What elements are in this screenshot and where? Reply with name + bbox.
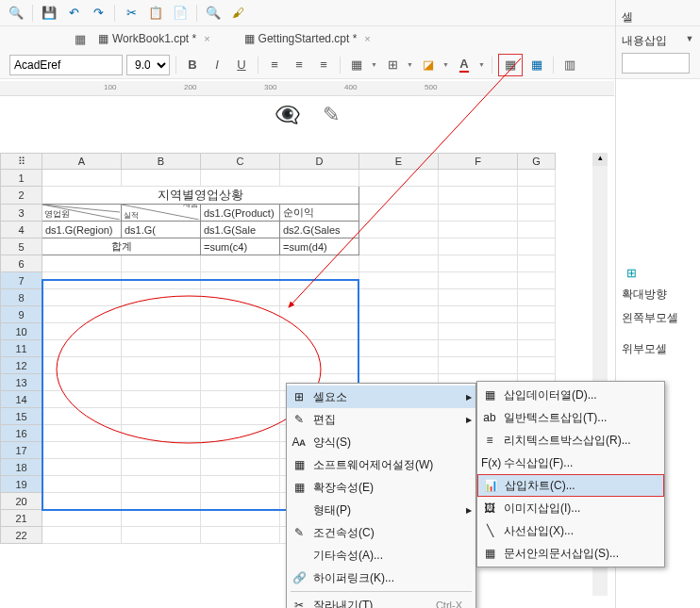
- side-label-leftparent: 왼쪽부모셀: [616, 306, 700, 330]
- cell[interactable]: ds1.G(Region): [42, 222, 122, 238]
- italic-button[interactable]: I: [207, 55, 227, 75]
- menu-item[interactable]: 형태(P)▶: [287, 499, 475, 521]
- expand-icon[interactable]: ⊞: [622, 262, 641, 283]
- corner-cell: ⠿: [1, 154, 42, 170]
- format-painter-button[interactable]: 🖌: [227, 3, 248, 24]
- menu-item[interactable]: 기타속성(A)...: [287, 544, 475, 567]
- cell[interactable]: =sum(d4): [280, 238, 359, 255]
- cell[interactable]: 순이익: [280, 205, 359, 222]
- design-strip: 👁‍🗨 ✎: [0, 96, 614, 134]
- hidden-icon: 👁‍🗨: [275, 103, 300, 127]
- menu-item[interactable]: F(x)수식삽입(F)...: [477, 452, 664, 474]
- col-header: D: [280, 154, 359, 170]
- find-button[interactable]: 🔍: [203, 3, 224, 24]
- tab-gettingstarted[interactable]: ▦ GettingStarted.cpt * ×: [237, 26, 378, 51]
- cell[interactable]: ds1.G(Sale: [201, 222, 280, 238]
- save-button[interactable]: 💾: [39, 3, 59, 24]
- workbook-icon: ▦: [98, 32, 108, 45]
- horizontal-ruler: 100 200 300 400 500: [0, 81, 614, 96]
- menu-item[interactable]: ▦소프트웨어제어설정(W): [287, 453, 475, 476]
- view-columns-button[interactable]: ▥: [559, 55, 580, 75]
- paste-button[interactable]: 📄: [170, 3, 191, 24]
- undo-button[interactable]: ↶: [63, 3, 84, 24]
- menu-item[interactable]: Aᴀ양식(S): [287, 431, 475, 453]
- context-menu[interactable]: ⊞셀요소▶✎편집▶Aᴀ양식(S)▦소프트웨어제어설정(W)▦확장속성(E)형태(…: [286, 383, 476, 608]
- align-center-button[interactable]: ≡: [289, 55, 309, 75]
- font-name-select[interactable]: [9, 55, 123, 75]
- cell[interactable]: 합계: [42, 238, 201, 255]
- cell[interactable]: 영업원: [42, 205, 122, 222]
- copy-button[interactable]: 📋: [145, 3, 166, 24]
- cut-button[interactable]: ✂: [121, 3, 142, 24]
- font-size-select[interactable]: 9.0: [126, 55, 170, 75]
- side-label-expand: 확대방향: [616, 283, 700, 306]
- close-icon[interactable]: ×: [364, 33, 370, 44]
- menu-item[interactable]: ▦확장속성(E): [287, 476, 475, 499]
- workbook-icon: ▦: [244, 32, 255, 45]
- col-header: B: [122, 154, 201, 170]
- tab-workbook1[interactable]: ▦ WorkBook1.cpt * ×: [91, 26, 218, 51]
- menu-item[interactable]: ab일반텍스트삽입(T)...: [477, 406, 664, 429]
- col-header: E: [359, 154, 439, 170]
- title-cell[interactable]: 지역별영업상황: [42, 187, 359, 205]
- cell[interactable]: ds1.G(: [122, 222, 201, 238]
- menu-item[interactable]: 🔗하이퍼링크(K)...: [287, 567, 475, 589]
- font-color-button[interactable]: A: [454, 55, 475, 75]
- fill-color-button[interactable]: ◪: [418, 55, 439, 75]
- menu-item[interactable]: 🖼이미지삽입(I)...: [477, 497, 664, 519]
- side-label-cell: 셀: [616, 6, 700, 29]
- view-grid-button[interactable]: ▦: [500, 55, 521, 75]
- merge-button[interactable]: ⊞: [382, 55, 403, 75]
- menu-item[interactable]: ✂잘라내기(T)Ctrl-X: [287, 594, 475, 608]
- tab-label: WorkBook1.cpt *: [112, 32, 196, 45]
- side-input[interactable]: [622, 53, 690, 74]
- col-header: F: [439, 154, 518, 170]
- view-table-button[interactable]: ▦: [526, 55, 547, 75]
- cell[interactable]: 실적 제품: [122, 205, 201, 222]
- menu-item[interactable]: ≡리치텍스트박스삽입(R)...: [477, 429, 664, 452]
- context-submenu[interactable]: ▦삽입데이터열(D)...ab일반텍스트삽입(T)...≡리치텍스트박스삽입(R…: [476, 381, 665, 567]
- close-icon[interactable]: ×: [204, 33, 209, 44]
- align-right-button[interactable]: ≡: [313, 55, 334, 75]
- cell[interactable]: =sum(c4): [201, 238, 280, 255]
- bold-button[interactable]: B: [182, 55, 203, 75]
- window-icon[interactable]: ▦: [70, 28, 91, 49]
- tab-label: GettingStarted.cpt *: [258, 32, 358, 45]
- underline-button[interactable]: U: [231, 55, 252, 75]
- side-label-upparent: 위부모셀: [616, 337, 700, 361]
- search-icon[interactable]: 🔍: [6, 3, 26, 24]
- border-button[interactable]: ▦: [346, 55, 367, 75]
- col-header: C: [201, 154, 280, 170]
- col-header: G: [518, 154, 556, 170]
- menu-item[interactable]: ⊞셀요소▶: [287, 386, 475, 408]
- menu-item[interactable]: ▦삽입데이터열(D)...: [477, 384, 664, 406]
- side-label-insert: 내용삽입: [616, 29, 700, 53]
- edit-icon: ✎: [323, 103, 340, 127]
- align-left-button[interactable]: ≡: [264, 55, 285, 75]
- cell[interactable]: ds2.G(Sales: [280, 222, 359, 238]
- col-header: A: [42, 154, 122, 170]
- menu-item[interactable]: ▦문서안의문서삽입(S)...: [477, 542, 664, 565]
- menu-item[interactable]: ✎조건속성(C): [287, 521, 475, 544]
- cell[interactable]: ds1.G(Product): [201, 205, 280, 222]
- menu-item-insert-chart[interactable]: 📊삽입차트(C)...: [477, 474, 664, 497]
- menu-item[interactable]: ✎편집▶: [287, 408, 475, 431]
- redo-button[interactable]: ↷: [88, 3, 108, 24]
- menu-item[interactable]: ╲사선삽입(X)...: [477, 519, 664, 542]
